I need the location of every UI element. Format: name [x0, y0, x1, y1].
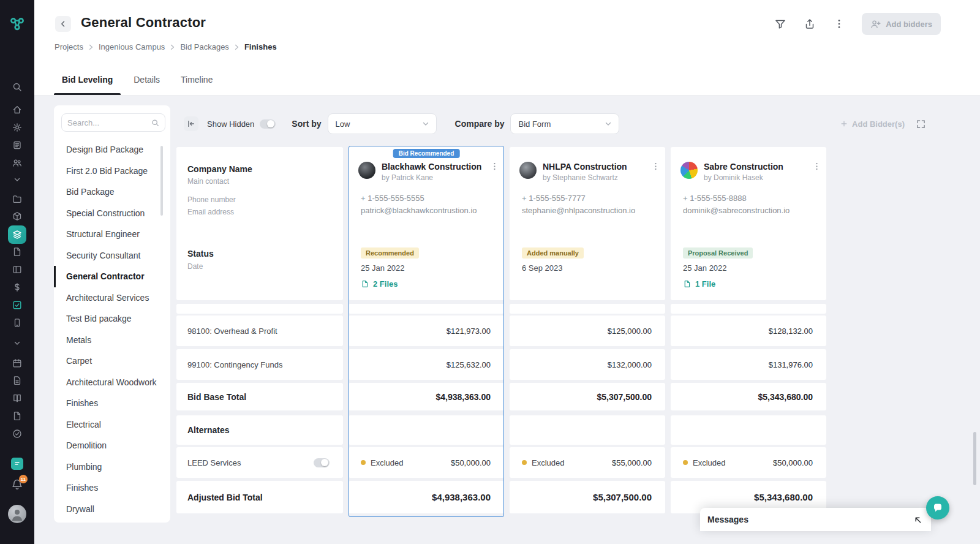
package-label: Demolition — [66, 440, 107, 450]
total-value: $5,343,680.00 — [758, 392, 813, 402]
header-label-column: Company Name Main contact Phone number E… — [176, 147, 343, 300]
breadcrumb-project[interactable]: Ingenious Campus — [99, 42, 165, 51]
package-list-item[interactable]: Drywall — [54, 499, 170, 520]
collapse-panel-button[interactable] — [184, 116, 198, 131]
package-label: Test Bid pacakge — [66, 314, 132, 323]
package-list-item-selected[interactable]: General Contractor — [54, 266, 170, 287]
package-list-item[interactable]: Finishes — [54, 477, 170, 499]
filter-icon — [774, 18, 786, 30]
clipboard-icon[interactable] — [12, 140, 22, 150]
row-label: 98100: Overhead & Profit — [187, 327, 277, 336]
panel-scrollbar[interactable] — [160, 146, 163, 216]
main-content: Design Bid Package First 2.0 Bid Package… — [34, 96, 980, 544]
package-list-item[interactable]: Finishes — [54, 393, 170, 414]
package-list-item[interactable]: Test Bid pacakge — [54, 308, 170, 330]
file-icon — [361, 280, 369, 288]
bidder-menu-button[interactable] — [812, 162, 821, 173]
package-label: Finishes — [66, 483, 98, 493]
app-logo[interactable] — [9, 15, 26, 32]
home-icon[interactable] — [12, 105, 22, 115]
chevron-down-icon[interactable] — [12, 177, 22, 183]
file-icon — [683, 280, 691, 288]
messages-title: Messages — [707, 515, 748, 524]
file-icon[interactable] — [12, 247, 22, 257]
package-list-item[interactable]: Electrical — [54, 414, 170, 436]
total-value: $5,307,500.00 — [597, 392, 652, 402]
total-value: $4,938,363.00 — [435, 392, 491, 402]
bidder-menu-button[interactable] — [490, 162, 499, 173]
compare-by-label: Compare by — [455, 119, 505, 129]
check-square-icon[interactable] — [12, 300, 22, 310]
bidder-menu-button[interactable] — [651, 162, 660, 173]
package-list-item[interactable]: First 2.0 Bid Package — [54, 161, 170, 182]
row-label: LEED Services — [187, 458, 241, 467]
book-icon[interactable] — [12, 393, 22, 403]
search-input[interactable] — [67, 118, 151, 127]
sort-by-select[interactable]: Low — [328, 113, 437, 134]
add-bidders-button[interactable]: Add bidders — [862, 13, 941, 35]
chevron-down-icon[interactable] — [12, 341, 22, 347]
gear-icon[interactable] — [12, 123, 22, 132]
package-label: Metals — [66, 335, 91, 345]
bidder-phone: + 1-555-555-7777 — [522, 194, 586, 203]
breadcrumb-bid-packages[interactable]: Bid Packages — [180, 42, 229, 51]
filter-button[interactable] — [774, 17, 787, 31]
tab-bid-leveling[interactable]: Bid Leveling — [54, 66, 121, 95]
packages-panel: Design Bid Package First 2.0 Bid Package… — [54, 105, 170, 523]
show-hidden-toggle[interactable] — [260, 119, 276, 129]
dollar-icon[interactable] — [12, 282, 22, 292]
bid-base-total-row: Bid Base Total $4,938,363.00 $5,307,500.… — [176, 383, 826, 410]
page-title: General Contractor — [81, 15, 206, 31]
check-circle-icon[interactable] — [12, 429, 22, 439]
more-options-button[interactable] — [832, 17, 846, 31]
file-icon[interactable] — [12, 411, 22, 421]
add-bidder-link[interactable]: Add Bidder(s) — [840, 119, 905, 129]
leed-toggle[interactable] — [314, 458, 330, 467]
layout-icon[interactable] — [12, 265, 22, 274]
messages-panel-collapsed[interactable]: Messages — [700, 508, 931, 531]
users-icon[interactable] — [12, 158, 22, 168]
file-text-icon[interactable] — [12, 376, 22, 385]
files-link[interactable]: 2 Files — [361, 279, 398, 289]
person-silhouette-icon — [12, 508, 23, 521]
expand-arrow-icon[interactable] — [913, 515, 922, 524]
fullscreen-button[interactable] — [916, 119, 926, 129]
calendar-icon[interactable] — [12, 358, 22, 368]
bidder-date: 25 Jan 2022 — [361, 263, 405, 273]
package-list-item[interactable]: Architectural Woodwork — [54, 372, 170, 393]
show-hidden-label: Show Hidden — [207, 119, 254, 129]
package-list-item[interactable]: Demolition — [54, 435, 170, 456]
alternates-label: Alternates — [187, 425, 229, 435]
bid-value: $125,000.00 — [608, 327, 652, 336]
package-list-item[interactable]: Plumbing — [54, 456, 170, 478]
search-icon[interactable] — [12, 82, 22, 92]
bidder-date: 6 Sep 2023 — [522, 263, 563, 273]
package-list-item[interactable]: Special Construction — [54, 203, 170, 224]
breadcrumb-projects[interactable]: Projects — [55, 42, 83, 51]
mobile-icon[interactable] — [12, 318, 22, 328]
files-link[interactable]: 1 File — [683, 279, 715, 289]
box-icon[interactable] — [12, 211, 22, 221]
export-button[interactable] — [803, 17, 816, 31]
tab-timeline[interactable]: Timeline — [173, 66, 221, 95]
folder-icon[interactable] — [12, 194, 22, 204]
package-list-item[interactable]: Structural Engineer — [54, 224, 170, 245]
vertical-scrollbar[interactable] — [973, 432, 976, 485]
bid-leveling-nav-active[interactable] — [8, 225, 26, 244]
package-list-item[interactable]: Architectural Services — [54, 287, 170, 309]
back-button[interactable] — [55, 16, 71, 32]
tab-details[interactable]: Details — [126, 66, 168, 95]
chat-fab-button[interactable] — [926, 496, 949, 519]
package-label: Special Construction — [66, 208, 145, 218]
compare-by-select[interactable]: Bid Form — [510, 113, 619, 134]
package-list-item[interactable]: Bid Package — [54, 181, 170, 203]
notifications-bell[interactable]: 11 — [11, 478, 23, 491]
user-avatar[interactable] — [8, 505, 26, 523]
kebab-icon — [651, 162, 660, 171]
package-list-item[interactable]: Security Consultant — [54, 245, 170, 266]
package-list-item[interactable]: Design Bid Package — [54, 139, 170, 161]
breadcrumb: Projects Ingenious Campus Bid Packages F… — [55, 42, 277, 51]
package-list-item[interactable]: Metals — [54, 330, 170, 351]
package-list-item[interactable]: Carpet — [54, 350, 170, 372]
integration-app-icon[interactable] — [11, 458, 23, 470]
